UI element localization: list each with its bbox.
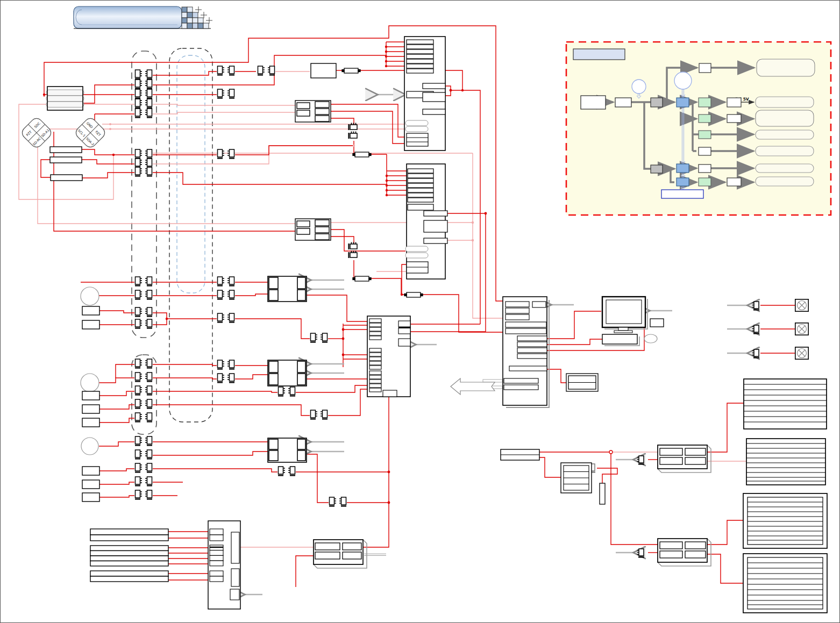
power-bar	[501, 449, 539, 460]
green-node	[699, 131, 711, 139]
keyboard-bar	[602, 334, 639, 346]
relay-block-2	[268, 360, 307, 386]
relay-block-1	[268, 276, 307, 302]
io-block	[503, 297, 549, 407]
inline-module-box	[311, 63, 336, 78]
diagram-svg: PZT SDC SD-RC SD-A1 GND PZT SCL-1 SDA-2	[0, 0, 840, 623]
sensor-circle-2	[674, 72, 692, 89]
heater-panel-3	[743, 493, 827, 548]
psu-double-box	[561, 463, 592, 493]
big-left-arrow-icon	[451, 378, 495, 395]
green-node	[699, 114, 711, 123]
power-relay-1	[658, 445, 711, 472]
blue-node	[677, 98, 689, 107]
bottom-relay-block	[314, 540, 367, 568]
blue-outline-box	[661, 190, 703, 198]
pzt-connector-b: GND PZT SCL-1 SDA-2	[74, 116, 107, 149]
sensor-circle-1	[632, 80, 646, 94]
small-box	[650, 319, 664, 327]
fan-circle-3	[81, 438, 98, 455]
checker-steps	[182, 6, 212, 28]
gray-node	[651, 165, 663, 173]
heater-panel-1	[744, 379, 827, 429]
green-node	[699, 98, 711, 107]
power-relay-2	[658, 539, 711, 566]
relay-block-3	[268, 438, 307, 462]
gray-node	[651, 98, 663, 107]
transformer-filter	[46, 87, 84, 110]
output-pill	[756, 164, 814, 173]
terminal-block-a	[295, 101, 331, 122]
terminal-block-b	[295, 219, 331, 240]
lamp-indicator-3	[795, 347, 808, 359]
left-terminal-bars	[50, 147, 82, 181]
wiring-diagram-canvas: PZT SDC SD-RC SD-A1 GND PZT SCL-1 SDA-2	[0, 0, 840, 623]
blue-node	[677, 164, 689, 173]
central-junction-block	[367, 316, 410, 397]
monitor	[602, 297, 647, 333]
mouse-ellipse	[644, 334, 657, 343]
pzt-connector-a: PZT SDC SD-RC SD-A1	[20, 116, 53, 149]
output-pill	[756, 97, 814, 108]
output-pill	[756, 177, 814, 186]
inset-flow-diagram: DC 5V	[566, 42, 831, 215]
bottom-terminal-strips	[90, 529, 168, 582]
control-board-1	[404, 37, 445, 151]
green-node	[699, 178, 711, 186]
blue-node	[677, 178, 689, 186]
console-double-box	[566, 374, 598, 391]
vertical-fuse	[600, 483, 605, 504]
flow-source-box	[581, 96, 606, 109]
dashed-harness-group	[132, 48, 212, 434]
lamp-indicator-1	[795, 299, 808, 311]
inset-title-box	[573, 49, 625, 60]
lamp-indicator-2	[795, 323, 808, 335]
fan-group	[81, 287, 99, 502]
output-pill	[756, 130, 814, 139]
output-pill	[757, 59, 815, 76]
junction-panel	[208, 521, 240, 609]
fan-circle-1	[81, 287, 99, 305]
heater-panel-4	[743, 554, 827, 613]
heater-panel-2	[746, 439, 825, 485]
output-pill	[756, 110, 814, 126]
fuses	[342, 68, 605, 504]
output-pill	[756, 146, 814, 156]
fan-circle-2	[81, 374, 99, 392]
blue-dashed-harness	[177, 55, 205, 293]
control-board-2	[405, 164, 447, 279]
